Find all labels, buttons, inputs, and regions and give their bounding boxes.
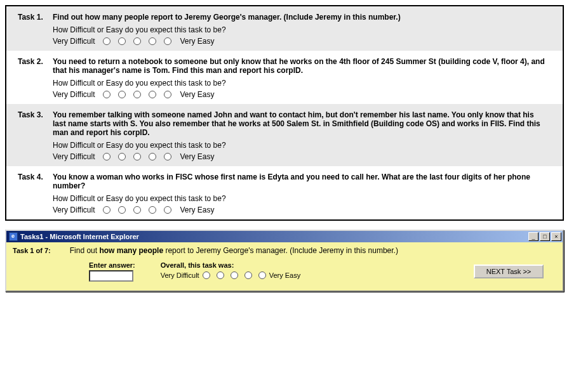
rating-left-label: Very Difficult [53, 37, 95, 46]
task-description: You know a woman who works in FISC whose… [53, 173, 551, 190]
rating-radio-1[interactable] [103, 153, 110, 160]
rating-left-label: Very Difficult [53, 90, 95, 99]
task-number: Task 2. [18, 57, 53, 75]
task-rating: Very Difficult Very Easy [53, 152, 551, 161]
prompt-post: report to Jeremy George's manager. (Incl… [163, 246, 398, 255]
overall-section: Overall, this task was: Very Difficult V… [161, 261, 300, 279]
rating-radio-2[interactable] [118, 153, 126, 160]
rating-radio-2[interactable] [118, 37, 126, 45]
titlebar: Tasks1 - Microsoft Internet Explorer _ □… [6, 231, 563, 242]
task-rating: Very Difficult Very Easy [53, 37, 551, 46]
rating-left-label: Very Difficult [161, 271, 199, 279]
task-rating: Very Difficult Very Easy [53, 206, 551, 214]
maximize-button[interactable]: □ [540, 232, 550, 241]
task-description: You need to return a notebook to someone… [53, 57, 551, 75]
task-description: You remember talking with someone named … [53, 110, 551, 137]
tasks-panel: Task 1. Find out how many people report … [5, 5, 564, 221]
rating-radio-5[interactable] [258, 271, 266, 279]
rating-radio-1[interactable] [103, 37, 110, 45]
task-question: How Difficult or Easy do you expect this… [53, 79, 551, 88]
task-3: Task 3. You remember talking with someon… [6, 104, 563, 166]
ie-icon [9, 232, 18, 241]
prompt-bold: how many people [99, 246, 163, 255]
task-number: Task 3. [18, 110, 53, 137]
task-number: Task 4. [18, 173, 53, 190]
rating-radio-4[interactable] [149, 37, 156, 45]
rating-radio-4[interactable] [149, 91, 156, 98]
minimize-button[interactable]: _ [528, 232, 539, 241]
rating-right-label: Very Easy [180, 37, 214, 46]
rating-right-label: Very Easy [180, 90, 214, 99]
rating-radio-3[interactable] [231, 271, 238, 279]
rating-radio-4[interactable] [244, 271, 252, 279]
task-prompt: Find out how many people report to Jerem… [70, 246, 398, 255]
task-page-label: Task 1 of 7: [13, 247, 51, 254]
rating-radio-3[interactable] [133, 37, 141, 45]
rating-radio-1[interactable] [203, 271, 210, 279]
ie-window: Tasks1 - Microsoft Internet Explorer _ □… [5, 230, 564, 292]
close-button[interactable]: × [551, 232, 561, 241]
rating-right-label: Very Easy [180, 206, 214, 214]
task-question: How Difficult or Easy do you expect this… [53, 141, 551, 150]
answer-section: Enter answer: [89, 261, 135, 282]
rating-radio-2[interactable] [217, 271, 224, 279]
rating-radio-3[interactable] [133, 153, 141, 160]
rating-radio-3[interactable] [133, 91, 141, 98]
task-rating: Very Difficult Very Easy [53, 90, 551, 99]
overall-label: Overall, this task was: [161, 261, 300, 269]
prompt-pre: Find out [70, 246, 100, 255]
task-4: Task 4. You know a woman who works in FI… [6, 166, 563, 219]
rating-radio-5[interactable] [164, 206, 171, 214]
rating-radio-4[interactable] [149, 206, 156, 214]
task-1: Task 1. Find out how many people report … [6, 6, 563, 51]
window-title: Tasks1 - Microsoft Internet Explorer [20, 233, 528, 240]
next-task-button[interactable]: NEXT Task >> [474, 265, 544, 278]
rating-right-label: Very Easy [269, 271, 301, 279]
answer-input[interactable] [89, 270, 133, 282]
ie-body: Task 1 of 7: Find out how many people re… [6, 242, 563, 291]
task-question: How Difficult or Easy do you expect this… [53, 25, 551, 34]
rating-radio-5[interactable] [164, 37, 171, 45]
overall-rating: Very Difficult Very Easy [161, 271, 300, 279]
rating-left-label: Very Difficult [53, 206, 95, 214]
rating-radio-5[interactable] [164, 153, 171, 160]
rating-radio-3[interactable] [133, 206, 141, 214]
rating-radio-1[interactable] [103, 206, 110, 214]
rating-left-label: Very Difficult [53, 152, 95, 161]
rating-right-label: Very Easy [180, 152, 214, 161]
task-description: Find out how many people report to Jerem… [53, 13, 551, 22]
task-2: Task 2. You need to return a notebook to… [6, 51, 563, 104]
rating-radio-1[interactable] [103, 91, 110, 98]
rating-radio-5[interactable] [164, 91, 171, 98]
task-number: Task 1. [18, 13, 53, 22]
rating-radio-4[interactable] [149, 153, 156, 160]
task-question: How Difficult or Easy do you expect this… [53, 194, 551, 203]
rating-radio-2[interactable] [118, 206, 126, 214]
answer-label: Enter answer: [89, 261, 135, 269]
rating-radio-2[interactable] [118, 91, 126, 98]
